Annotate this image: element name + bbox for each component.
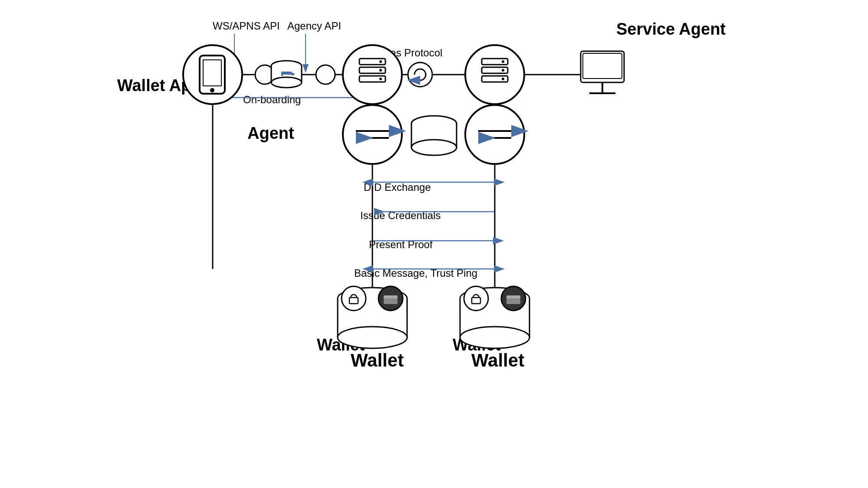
middle-cylinder-bottom: [411, 140, 457, 155]
server-light-3: [379, 78, 382, 80]
wallet1-cylinder-bottom: [338, 327, 407, 348]
service-light-3: [502, 78, 504, 80]
phone-button: [210, 88, 214, 92]
agent-middle-circle: [343, 105, 402, 164]
service-light-1: [502, 60, 504, 63]
agency-api-label: Agency API: [287, 20, 341, 32]
did-exchange-label: DID Exchange: [364, 181, 431, 193]
service-agent-label: Service Agent: [616, 20, 726, 38]
wallet1-card-stripe: [384, 295, 398, 298]
cylinder-arrow-body: [281, 73, 294, 74]
server-light-1: [379, 60, 382, 63]
ws-apns-api-label: WS/APNS API: [213, 20, 280, 32]
wallet1-lock-circle: [342, 286, 366, 311]
cylinder-bottom: [271, 77, 302, 88]
wallet2-text: Wallet: [471, 350, 524, 370]
wallet2-cylinder-bottom: [460, 327, 529, 348]
wallet1-text: Wallet: [351, 350, 404, 370]
wallet2-lock-circle: [464, 286, 488, 311]
server-light-2: [379, 69, 382, 72]
service-agent-circle: [465, 45, 524, 104]
agent-label: Agent: [247, 124, 294, 142]
svg-rect-0: [0, 0, 868, 488]
aries-connector-circle: [408, 62, 432, 87]
mobile-circle: [183, 45, 242, 104]
monitor-display: [583, 53, 622, 79]
service-agent-bottom-circle: [465, 105, 524, 164]
on-boarding-label: On-boarding: [243, 94, 301, 105]
agency-agent-circle: [343, 45, 402, 104]
connector-circle-2: [316, 65, 335, 84]
wallet2-card-stripe: [506, 295, 520, 298]
service-light-2: [502, 69, 504, 72]
